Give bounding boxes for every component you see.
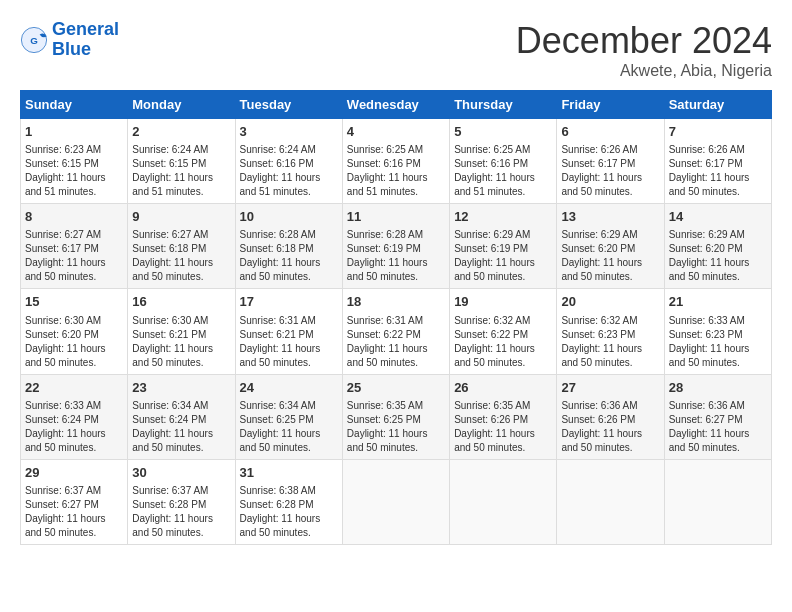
header-day-friday: Friday <box>557 91 664 119</box>
calendar-cell: 22Sunrise: 6:33 AM Sunset: 6:24 PM Dayli… <box>21 374 128 459</box>
logo: G General Blue <box>20 20 119 60</box>
calendar-cell: 10Sunrise: 6:28 AM Sunset: 6:18 PM Dayli… <box>235 204 342 289</box>
calendar-cell: 31Sunrise: 6:38 AM Sunset: 6:28 PM Dayli… <box>235 459 342 544</box>
calendar-cell: 11Sunrise: 6:28 AM Sunset: 6:19 PM Dayli… <box>342 204 449 289</box>
day-info: Sunrise: 6:29 AM Sunset: 6:20 PM Dayligh… <box>669 228 767 284</box>
header-day-saturday: Saturday <box>664 91 771 119</box>
day-number: 6 <box>561 123 659 141</box>
day-number: 29 <box>25 464 123 482</box>
header-day-wednesday: Wednesday <box>342 91 449 119</box>
calendar-cell: 21Sunrise: 6:33 AM Sunset: 6:23 PM Dayli… <box>664 289 771 374</box>
calendar-cell: 25Sunrise: 6:35 AM Sunset: 6:25 PM Dayli… <box>342 374 449 459</box>
header-day-thursday: Thursday <box>450 91 557 119</box>
week-row-2: 8Sunrise: 6:27 AM Sunset: 6:17 PM Daylig… <box>21 204 772 289</box>
day-info: Sunrise: 6:23 AM Sunset: 6:15 PM Dayligh… <box>25 143 123 199</box>
calendar-cell: 1Sunrise: 6:23 AM Sunset: 6:15 PM Daylig… <box>21 119 128 204</box>
day-number: 26 <box>454 379 552 397</box>
calendar-cell: 28Sunrise: 6:36 AM Sunset: 6:27 PM Dayli… <box>664 374 771 459</box>
calendar-cell: 23Sunrise: 6:34 AM Sunset: 6:24 PM Dayli… <box>128 374 235 459</box>
calendar-cell: 6Sunrise: 6:26 AM Sunset: 6:17 PM Daylig… <box>557 119 664 204</box>
calendar-cell: 20Sunrise: 6:32 AM Sunset: 6:23 PM Dayli… <box>557 289 664 374</box>
calendar-cell <box>342 459 449 544</box>
day-info: Sunrise: 6:33 AM Sunset: 6:24 PM Dayligh… <box>25 399 123 455</box>
day-number: 19 <box>454 293 552 311</box>
day-number: 4 <box>347 123 445 141</box>
calendar-cell: 29Sunrise: 6:37 AM Sunset: 6:27 PM Dayli… <box>21 459 128 544</box>
day-info: Sunrise: 6:34 AM Sunset: 6:25 PM Dayligh… <box>240 399 338 455</box>
day-info: Sunrise: 6:29 AM Sunset: 6:20 PM Dayligh… <box>561 228 659 284</box>
day-info: Sunrise: 6:31 AM Sunset: 6:21 PM Dayligh… <box>240 314 338 370</box>
calendar-cell: 18Sunrise: 6:31 AM Sunset: 6:22 PM Dayli… <box>342 289 449 374</box>
day-number: 8 <box>25 208 123 226</box>
header-row: SundayMondayTuesdayWednesdayThursdayFrid… <box>21 91 772 119</box>
calendar-cell: 14Sunrise: 6:29 AM Sunset: 6:20 PM Dayli… <box>664 204 771 289</box>
week-row-3: 15Sunrise: 6:30 AM Sunset: 6:20 PM Dayli… <box>21 289 772 374</box>
calendar-cell: 26Sunrise: 6:35 AM Sunset: 6:26 PM Dayli… <box>450 374 557 459</box>
calendar-cell: 12Sunrise: 6:29 AM Sunset: 6:19 PM Dayli… <box>450 204 557 289</box>
calendar-cell: 24Sunrise: 6:34 AM Sunset: 6:25 PM Dayli… <box>235 374 342 459</box>
day-info: Sunrise: 6:25 AM Sunset: 6:16 PM Dayligh… <box>347 143 445 199</box>
day-info: Sunrise: 6:37 AM Sunset: 6:28 PM Dayligh… <box>132 484 230 540</box>
calendar-cell: 5Sunrise: 6:25 AM Sunset: 6:16 PM Daylig… <box>450 119 557 204</box>
day-info: Sunrise: 6:37 AM Sunset: 6:27 PM Dayligh… <box>25 484 123 540</box>
day-number: 28 <box>669 379 767 397</box>
day-number: 17 <box>240 293 338 311</box>
calendar-cell: 27Sunrise: 6:36 AM Sunset: 6:26 PM Dayli… <box>557 374 664 459</box>
calendar-cell: 30Sunrise: 6:37 AM Sunset: 6:28 PM Dayli… <box>128 459 235 544</box>
calendar-cell: 8Sunrise: 6:27 AM Sunset: 6:17 PM Daylig… <box>21 204 128 289</box>
day-info: Sunrise: 6:26 AM Sunset: 6:17 PM Dayligh… <box>669 143 767 199</box>
day-info: Sunrise: 6:38 AM Sunset: 6:28 PM Dayligh… <box>240 484 338 540</box>
month-title: December 2024 <box>516 20 772 62</box>
week-row-1: 1Sunrise: 6:23 AM Sunset: 6:15 PM Daylig… <box>21 119 772 204</box>
calendar-cell: 19Sunrise: 6:32 AM Sunset: 6:22 PM Dayli… <box>450 289 557 374</box>
svg-text:G: G <box>30 35 38 46</box>
calendar-cell: 16Sunrise: 6:30 AM Sunset: 6:21 PM Dayli… <box>128 289 235 374</box>
day-number: 9 <box>132 208 230 226</box>
day-info: Sunrise: 6:28 AM Sunset: 6:18 PM Dayligh… <box>240 228 338 284</box>
day-info: Sunrise: 6:35 AM Sunset: 6:25 PM Dayligh… <box>347 399 445 455</box>
calendar-cell: 9Sunrise: 6:27 AM Sunset: 6:18 PM Daylig… <box>128 204 235 289</box>
day-number: 13 <box>561 208 659 226</box>
day-number: 15 <box>25 293 123 311</box>
day-number: 23 <box>132 379 230 397</box>
day-info: Sunrise: 6:27 AM Sunset: 6:17 PM Dayligh… <box>25 228 123 284</box>
header-day-sunday: Sunday <box>21 91 128 119</box>
day-info: Sunrise: 6:30 AM Sunset: 6:20 PM Dayligh… <box>25 314 123 370</box>
calendar-cell: 13Sunrise: 6:29 AM Sunset: 6:20 PM Dayli… <box>557 204 664 289</box>
day-number: 24 <box>240 379 338 397</box>
day-number: 14 <box>669 208 767 226</box>
day-number: 7 <box>669 123 767 141</box>
day-number: 10 <box>240 208 338 226</box>
day-info: Sunrise: 6:29 AM Sunset: 6:19 PM Dayligh… <box>454 228 552 284</box>
calendar-body: 1Sunrise: 6:23 AM Sunset: 6:15 PM Daylig… <box>21 119 772 545</box>
logo-icon: G <box>20 26 48 54</box>
day-number: 27 <box>561 379 659 397</box>
calendar-cell <box>450 459 557 544</box>
day-info: Sunrise: 6:31 AM Sunset: 6:22 PM Dayligh… <box>347 314 445 370</box>
header-day-monday: Monday <box>128 91 235 119</box>
page-header: G General Blue December 2024 Akwete, Abi… <box>20 20 772 80</box>
day-number: 5 <box>454 123 552 141</box>
day-info: Sunrise: 6:24 AM Sunset: 6:16 PM Dayligh… <box>240 143 338 199</box>
day-number: 2 <box>132 123 230 141</box>
location: Akwete, Abia, Nigeria <box>516 62 772 80</box>
day-number: 11 <box>347 208 445 226</box>
day-number: 31 <box>240 464 338 482</box>
day-number: 22 <box>25 379 123 397</box>
calendar-cell: 4Sunrise: 6:25 AM Sunset: 6:16 PM Daylig… <box>342 119 449 204</box>
day-number: 12 <box>454 208 552 226</box>
week-row-4: 22Sunrise: 6:33 AM Sunset: 6:24 PM Dayli… <box>21 374 772 459</box>
day-number: 20 <box>561 293 659 311</box>
day-number: 25 <box>347 379 445 397</box>
header-day-tuesday: Tuesday <box>235 91 342 119</box>
day-info: Sunrise: 6:27 AM Sunset: 6:18 PM Dayligh… <box>132 228 230 284</box>
day-info: Sunrise: 6:34 AM Sunset: 6:24 PM Dayligh… <box>132 399 230 455</box>
calendar-cell: 7Sunrise: 6:26 AM Sunset: 6:17 PM Daylig… <box>664 119 771 204</box>
day-info: Sunrise: 6:32 AM Sunset: 6:22 PM Dayligh… <box>454 314 552 370</box>
day-info: Sunrise: 6:30 AM Sunset: 6:21 PM Dayligh… <box>132 314 230 370</box>
calendar-cell <box>664 459 771 544</box>
title-block: December 2024 Akwete, Abia, Nigeria <box>516 20 772 80</box>
logo-text: General Blue <box>52 20 119 60</box>
day-number: 21 <box>669 293 767 311</box>
calendar-cell: 15Sunrise: 6:30 AM Sunset: 6:20 PM Dayli… <box>21 289 128 374</box>
